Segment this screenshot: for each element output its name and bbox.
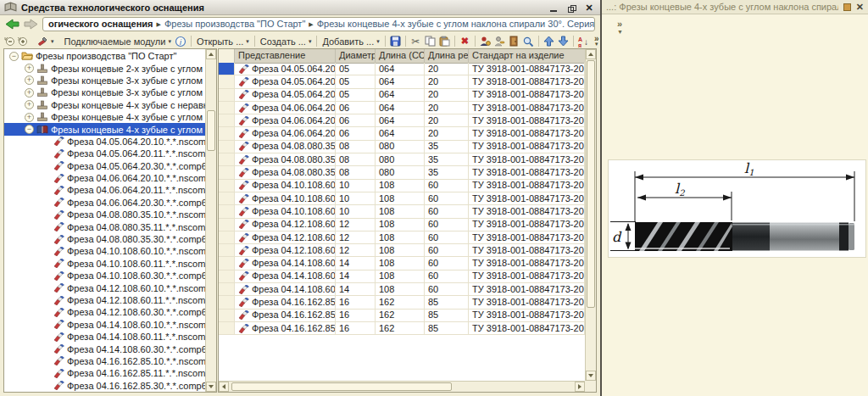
row-selector-cell[interactable] — [219, 114, 235, 126]
row-selector-cell[interactable] — [219, 296, 235, 308]
table-row[interactable]: Фреза 04.06.064.20.30....0606420ТУ 3918-… — [219, 127, 585, 140]
tree-category-item[interactable]: +Фрезы концевые 2-х зубые с углом ... — [4, 62, 205, 74]
row-selector-cell[interactable] — [219, 283, 235, 295]
tree-leaf-item[interactable]: Фреза 04.06.064.20.10.*.*.nscomp1 — [4, 172, 205, 184]
table-row[interactable]: Фреза 04.12.108.60.11....1210860ТУ 3918-… — [219, 231, 585, 244]
toolbar-overflow-button[interactable]: » ▼ — [594, 36, 599, 47]
expand-expander[interactable]: + — [25, 75, 34, 85]
table-row[interactable]: Фреза 04.12.108.60.10....1210860ТУ 3918-… — [219, 219, 585, 231]
breadcrumb[interactable]: огического оснащения▶Фрезы производства … — [42, 17, 595, 31]
forward-button[interactable] — [24, 19, 38, 30]
table-row[interactable]: Фреза 04.10.108.60.30....1010860ТУ 3918-… — [219, 205, 585, 218]
scroll-thumb[interactable] — [587, 60, 595, 308]
collapse-expander[interactable]: − — [9, 52, 19, 61]
scroll-down-arrow[interactable] — [586, 371, 596, 381]
user-key-icon[interactable] — [493, 35, 506, 47]
table-row[interactable]: Фреза 04.06.064.20.10....0606420ТУ 3918-… — [219, 102, 585, 114]
expand-expander[interactable]: + — [25, 113, 34, 122]
tree-category-item[interactable]: +Фрезы концевые 3-х зубые с углом ... — [4, 86, 205, 98]
tree-category-item[interactable]: +Фрезы концевые 4-х зубые с углом ... — [4, 111, 205, 123]
row-selector-cell[interactable] — [219, 89, 235, 101]
sort-icon[interactable]: А я ↓ — [577, 35, 590, 47]
tree-leaf-item[interactable]: Фреза 04.16.162.85.30.*.*.comp6 — [4, 380, 205, 392]
tree-leaf-item[interactable]: Фреза 04.10.108.60.10.*.*.nscomp1 — [4, 245, 205, 257]
row-selector-cell[interactable] — [219, 141, 235, 153]
open-menu-button[interactable]: Открыть ... ▾ — [194, 34, 252, 48]
expand-all-icon[interactable] — [17, 35, 28, 47]
panel-close-button[interactable]: ✕ — [856, 2, 864, 13]
tree-leaf-item[interactable]: Фреза 04.08.080.35.11.*.*.nscomp2 — [4, 220, 205, 232]
expand-expander[interactable]: + — [25, 64, 34, 73]
table-row[interactable]: Фреза 04.05.064.20.30....0506420ТУ 3918-… — [219, 89, 585, 102]
table-row[interactable]: Фреза 04.14.108.60.30....1410860ТУ 3918-… — [219, 283, 585, 296]
row-selector-cell[interactable] — [219, 153, 235, 165]
tree-root-item[interactable]: −Фрезы производства "ПО Старт" — [4, 50, 205, 62]
tree-leaf-item[interactable]: Фреза 04.14.108.60.30.*.*.comp6 — [4, 343, 205, 354]
expand-expander[interactable]: + — [25, 88, 34, 98]
find-icon[interactable] — [522, 35, 535, 47]
table-row[interactable]: Фреза 04.14.108.60.10....1410860ТУ 3918-… — [219, 257, 585, 270]
minimize-button[interactable] — [548, 3, 559, 13]
tree-leaf-item[interactable]: Фреза 04.08.080.35.30.*.*.comp6 — [4, 233, 205, 245]
row-selector-cell[interactable] — [219, 244, 235, 256]
tree-leaf-item[interactable]: Фреза 04.05.064.20.30.*.*.comp6 — [4, 160, 205, 172]
row-selector-cell[interactable] — [219, 257, 235, 269]
column-header[interactable]: Длина реж... — [425, 49, 469, 63]
add-menu-button[interactable]: Добавить ... ▾ — [320, 34, 381, 48]
table-horizontal-scrollbar[interactable] — [219, 381, 585, 392]
tree-vertical-scrollbar[interactable] — [205, 49, 216, 392]
tree-leaf-item[interactable]: Фреза 04.12.108.60.30.*.*.comp6 — [4, 306, 205, 318]
tree-leaf-item[interactable]: Фреза 04.14.108.60.11.*.*.nscomp2 — [4, 331, 205, 343]
tree-leaf-item[interactable]: Фреза 04.06.064.20.11.*.*.nscomp2 — [4, 184, 205, 196]
info-icon[interactable]: i — [175, 35, 187, 47]
row-selector-cell[interactable] — [219, 63, 235, 75]
row-selector-cell[interactable] — [219, 180, 235, 192]
scroll-left-arrow[interactable] — [219, 382, 229, 392]
scroll-down-arrow[interactable] — [206, 382, 216, 392]
collapse-expander[interactable]: − — [25, 125, 34, 134]
column-header[interactable]: Стандарт на изделие — [469, 49, 596, 63]
table-row[interactable]: Фреза 04.06.064.20.11....0606420ТУ 3918-… — [219, 114, 585, 127]
column-header[interactable]: Диаметр... — [336, 49, 376, 63]
table-row[interactable]: Фреза 04.16.162.85.10....1616285ТУ 3918-… — [219, 296, 585, 309]
back-button[interactable] — [5, 19, 19, 30]
tree-category-item[interactable]: +Фрезы концевые 4-х зубые с неравн... — [4, 99, 205, 111]
move-down-icon[interactable] — [557, 35, 570, 47]
modules-menu-button[interactable]: Подключаемые модули ▾ — [62, 34, 174, 48]
table-row[interactable]: Фреза 04.16.162.85.30....1616285ТУ 3918-… — [219, 322, 585, 335]
tree-leaf-item[interactable]: Фреза 04.08.080.35.10.*.*.nscomp1 — [4, 209, 205, 220]
restore-button[interactable] — [565, 3, 577, 13]
scroll-right-arrow[interactable] — [575, 382, 585, 392]
delete-icon[interactable]: ✖ — [459, 35, 471, 47]
tree-leaf-item[interactable]: Фреза 04.12.108.60.10.*.*.nscomp1 — [4, 282, 205, 293]
tree-category-item[interactable]: −Фрезы концевые 4-х зубые с углом ... — [4, 123, 205, 135]
tree-leaf-item[interactable]: Фреза 04.06.064.20.30.*.*.comp6 — [4, 197, 205, 209]
move-up-icon[interactable] — [542, 35, 555, 47]
row-selector-cell[interactable] — [219, 271, 235, 282]
table-row[interactable]: Фреза 04.05.064.20.11....0506420ТУ 3918-… — [219, 75, 585, 88]
row-selector-cell[interactable] — [219, 322, 235, 334]
table-row[interactable]: Фреза 04.16.162.85.11....1616285ТУ 3918-… — [219, 310, 585, 322]
column-header[interactable] — [219, 49, 235, 63]
panel-overflow-button[interactable]: » ▼ — [617, 20, 623, 36]
table-row[interactable]: Фреза 04.08.080.35.11....0808035ТУ 3918-… — [219, 153, 585, 166]
cut-icon[interactable]: ✂ — [409, 35, 422, 47]
scroll-thumb[interactable] — [231, 382, 452, 391]
table-row[interactable]: Фреза 04.14.108.60.11....1410860ТУ 3918-… — [219, 271, 585, 283]
table-row[interactable]: Фреза 04.10.108.60.11....1010860ТУ 3918-… — [219, 192, 585, 205]
breadcrumb-link[interactable]: Фрезы концевые 4-х зубые с углом наклона… — [317, 19, 595, 29]
tree-leaf-item[interactable]: Фреза 04.12.108.60.11.*.*.nscomp2 — [4, 294, 205, 306]
tree-leaf-item[interactable]: Фреза 04.14.108.60.10.*.*.nscomp1 — [4, 319, 205, 331]
scroll-up-arrow[interactable] — [586, 49, 596, 59]
breadcrumb-link[interactable]: Фрезы производства "ПО Старт" — [164, 19, 305, 29]
scroll-thumb[interactable] — [207, 110, 215, 151]
table-row[interactable]: Фреза 04.10.108.60.10....1010860ТУ 3918-… — [219, 180, 585, 192]
scroll-up-arrow[interactable] — [206, 49, 216, 59]
row-selector-cell[interactable] — [219, 192, 235, 204]
copy-icon[interactable] — [424, 35, 437, 47]
row-selector-cell[interactable] — [219, 127, 235, 139]
user-mark-icon[interactable] — [479, 35, 492, 47]
column-header[interactable]: Представление — [235, 49, 336, 63]
tree-category-item[interactable]: +Фрезы концевые 3-х зубые с углом ... — [4, 75, 205, 86]
expand-expander[interactable]: + — [25, 100, 34, 109]
